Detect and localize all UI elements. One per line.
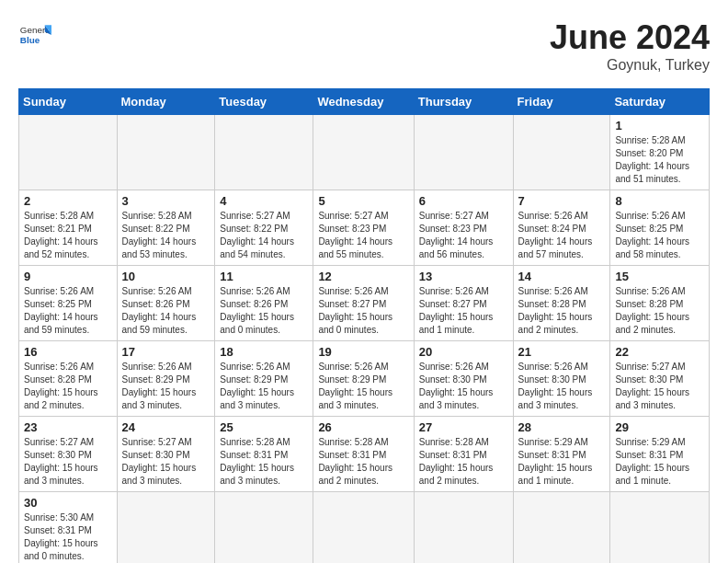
- calendar-day-cell: [215, 492, 313, 564]
- day-number: 1: [615, 119, 704, 132]
- day-info: Sunrise: 5:27 AM Sunset: 8:30 PM Dayligh…: [122, 436, 210, 488]
- calendar-table: SundayMondayTuesdayWednesdayThursdayFrid…: [18, 88, 710, 563]
- day-info: Sunrise: 5:26 AM Sunset: 8:29 PM Dayligh…: [220, 361, 308, 412]
- calendar-week-row: 1Sunrise: 5:28 AM Sunset: 8:20 PM Daylig…: [19, 115, 710, 190]
- calendar-day-cell: 30Sunrise: 5:30 AM Sunset: 8:31 PM Dayli…: [19, 492, 118, 564]
- day-info: Sunrise: 5:26 AM Sunset: 8:27 PM Dayligh…: [419, 285, 508, 337]
- day-number: 4: [220, 194, 308, 208]
- calendar-day-cell: 16Sunrise: 5:26 AM Sunset: 8:28 PM Dayli…: [19, 341, 118, 417]
- calendar-day-cell: [513, 115, 610, 190]
- day-number: 2: [24, 194, 112, 208]
- calendar-day-cell: 27Sunrise: 5:28 AM Sunset: 8:31 PM Dayli…: [414, 417, 513, 492]
- day-number: 23: [24, 420, 112, 434]
- calendar-day-cell: 1Sunrise: 5:28 AM Sunset: 8:20 PM Daylig…: [610, 115, 710, 190]
- calendar-day-cell: [610, 492, 710, 564]
- calendar-day-cell: 17Sunrise: 5:26 AM Sunset: 8:29 PM Dayli…: [117, 341, 215, 417]
- calendar-day-cell: [414, 492, 513, 564]
- calendar-header-row: SundayMondayTuesdayWednesdayThursdayFrid…: [19, 89, 710, 115]
- svg-text:Blue: Blue: [20, 35, 40, 45]
- day-number: 17: [122, 345, 210, 359]
- day-header-tuesday: Tuesday: [215, 89, 313, 115]
- day-info: Sunrise: 5:26 AM Sunset: 8:28 PM Dayligh…: [24, 361, 112, 412]
- calendar-day-cell: 18Sunrise: 5:26 AM Sunset: 8:29 PM Dayli…: [215, 341, 313, 417]
- calendar-day-cell: 7Sunrise: 5:26 AM Sunset: 8:24 PM Daylig…: [513, 190, 610, 266]
- calendar-day-cell: 20Sunrise: 5:26 AM Sunset: 8:30 PM Dayli…: [414, 341, 513, 417]
- calendar-day-cell: 23Sunrise: 5:27 AM Sunset: 8:30 PM Dayli…: [19, 417, 118, 492]
- day-info: Sunrise: 5:28 AM Sunset: 8:31 PM Dayligh…: [220, 436, 308, 488]
- calendar-day-cell: 12Sunrise: 5:26 AM Sunset: 8:27 PM Dayli…: [313, 266, 414, 341]
- day-number: 28: [518, 420, 606, 434]
- day-number: 25: [220, 420, 308, 434]
- day-number: 6: [419, 194, 508, 208]
- calendar-day-cell: [117, 492, 215, 564]
- calendar-day-cell: [19, 115, 118, 190]
- day-number: 29: [615, 420, 704, 434]
- calendar-day-cell: 9Sunrise: 5:26 AM Sunset: 8:25 PM Daylig…: [19, 266, 118, 341]
- day-info: Sunrise: 5:29 AM Sunset: 8:31 PM Dayligh…: [518, 436, 606, 488]
- day-header-saturday: Saturday: [610, 89, 710, 115]
- day-info: Sunrise: 5:26 AM Sunset: 8:29 PM Dayligh…: [122, 361, 210, 412]
- calendar-day-cell: 19Sunrise: 5:26 AM Sunset: 8:29 PM Dayli…: [313, 341, 414, 417]
- day-number: 7: [518, 194, 606, 208]
- calendar-day-cell: 25Sunrise: 5:28 AM Sunset: 8:31 PM Dayli…: [215, 417, 313, 492]
- calendar-day-cell: [414, 115, 513, 190]
- day-info: Sunrise: 5:27 AM Sunset: 8:30 PM Dayligh…: [615, 361, 704, 412]
- location: Goynuk, Turkey: [550, 57, 710, 74]
- day-info: Sunrise: 5:27 AM Sunset: 8:22 PM Dayligh…: [220, 210, 308, 261]
- day-number: 30: [24, 496, 112, 510]
- day-number: 13: [419, 270, 508, 283]
- day-number: 15: [615, 270, 704, 283]
- day-info: Sunrise: 5:26 AM Sunset: 8:28 PM Dayligh…: [615, 285, 704, 337]
- day-info: Sunrise: 5:26 AM Sunset: 8:26 PM Dayligh…: [122, 285, 210, 337]
- calendar-day-cell: 13Sunrise: 5:26 AM Sunset: 8:27 PM Dayli…: [414, 266, 513, 341]
- title-block: June 2024 Goynuk, Turkey: [550, 18, 710, 74]
- calendar-week-row: 16Sunrise: 5:26 AM Sunset: 8:28 PM Dayli…: [19, 341, 710, 417]
- day-info: Sunrise: 5:29 AM Sunset: 8:31 PM Dayligh…: [615, 436, 704, 488]
- calendar-day-cell: 11Sunrise: 5:26 AM Sunset: 8:26 PM Dayli…: [215, 266, 313, 341]
- calendar-day-cell: [215, 115, 313, 190]
- day-info: Sunrise: 5:26 AM Sunset: 8:30 PM Dayligh…: [419, 361, 508, 412]
- day-number: 26: [318, 420, 408, 434]
- day-number: 10: [122, 270, 210, 283]
- day-info: Sunrise: 5:28 AM Sunset: 8:22 PM Dayligh…: [122, 210, 210, 261]
- calendar-day-cell: 26Sunrise: 5:28 AM Sunset: 8:31 PM Dayli…: [313, 417, 414, 492]
- day-info: Sunrise: 5:28 AM Sunset: 8:31 PM Dayligh…: [419, 436, 508, 488]
- day-info: Sunrise: 5:26 AM Sunset: 8:27 PM Dayligh…: [318, 285, 408, 337]
- day-header-monday: Monday: [117, 89, 215, 115]
- day-number: 8: [615, 194, 704, 208]
- day-info: Sunrise: 5:26 AM Sunset: 8:25 PM Dayligh…: [615, 210, 704, 261]
- calendar-day-cell: 14Sunrise: 5:26 AM Sunset: 8:28 PM Dayli…: [513, 266, 610, 341]
- calendar-day-cell: 3Sunrise: 5:28 AM Sunset: 8:22 PM Daylig…: [117, 190, 215, 266]
- day-info: Sunrise: 5:28 AM Sunset: 8:20 PM Dayligh…: [615, 134, 704, 186]
- calendar-day-cell: 22Sunrise: 5:27 AM Sunset: 8:30 PM Dayli…: [610, 341, 710, 417]
- calendar-day-cell: 10Sunrise: 5:26 AM Sunset: 8:26 PM Dayli…: [117, 266, 215, 341]
- day-number: 19: [318, 345, 408, 359]
- calendar-day-cell: 28Sunrise: 5:29 AM Sunset: 8:31 PM Dayli…: [513, 417, 610, 492]
- calendar-day-cell: [513, 492, 610, 564]
- day-number: 21: [518, 345, 606, 359]
- logo: General Blue: [18, 18, 51, 52]
- calendar-day-cell: [117, 115, 215, 190]
- day-header-friday: Friday: [513, 89, 610, 115]
- day-info: Sunrise: 5:26 AM Sunset: 8:29 PM Dayligh…: [318, 361, 408, 412]
- day-number: 9: [24, 270, 112, 283]
- day-info: Sunrise: 5:26 AM Sunset: 8:30 PM Dayligh…: [518, 361, 606, 412]
- calendar-day-cell: 24Sunrise: 5:27 AM Sunset: 8:30 PM Dayli…: [117, 417, 215, 492]
- day-number: 3: [122, 194, 210, 208]
- day-number: 11: [220, 270, 308, 283]
- day-info: Sunrise: 5:26 AM Sunset: 8:28 PM Dayligh…: [518, 285, 606, 337]
- day-number: 5: [318, 194, 408, 208]
- day-number: 12: [318, 270, 408, 283]
- calendar-week-row: 2Sunrise: 5:28 AM Sunset: 8:21 PM Daylig…: [19, 190, 710, 266]
- month-title: June 2024: [550, 18, 710, 57]
- calendar-day-cell: [313, 492, 414, 564]
- calendar-day-cell: 4Sunrise: 5:27 AM Sunset: 8:22 PM Daylig…: [215, 190, 313, 266]
- day-info: Sunrise: 5:28 AM Sunset: 8:31 PM Dayligh…: [318, 436, 408, 488]
- day-number: 14: [518, 270, 606, 283]
- calendar-day-cell: 29Sunrise: 5:29 AM Sunset: 8:31 PM Dayli…: [610, 417, 710, 492]
- day-number: 24: [122, 420, 210, 434]
- calendar-day-cell: [313, 115, 414, 190]
- day-info: Sunrise: 5:26 AM Sunset: 8:24 PM Dayligh…: [518, 210, 606, 261]
- calendar-week-row: 23Sunrise: 5:27 AM Sunset: 8:30 PM Dayli…: [19, 417, 710, 492]
- day-info: Sunrise: 5:27 AM Sunset: 8:23 PM Dayligh…: [419, 210, 508, 261]
